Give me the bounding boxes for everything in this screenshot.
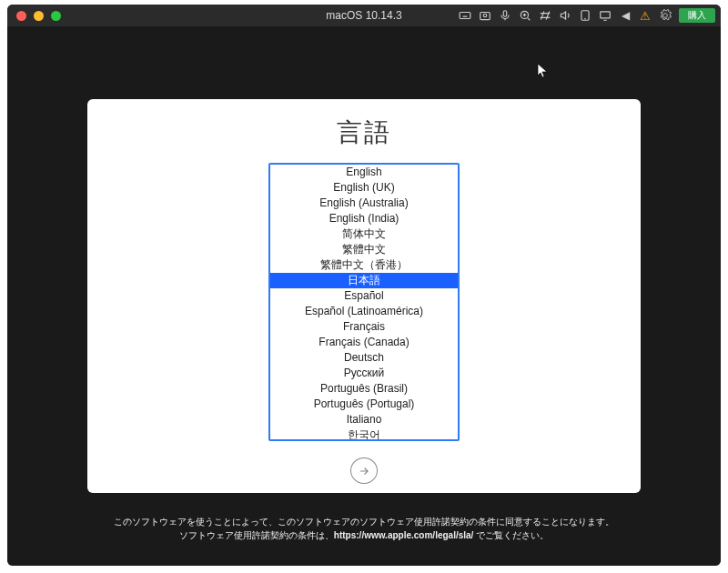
- legal-line1: このソフトウェアを使うことによって、このソフトウェアのソフトウェア使用許諾契約の…: [7, 515, 721, 528]
- language-option[interactable]: Deutsch: [270, 350, 458, 366]
- language-option[interactable]: 简体中文: [270, 226, 458, 242]
- language-option[interactable]: English: [270, 165, 458, 180]
- volume-icon[interactable]: [559, 9, 571, 22]
- legal-line2: ソフトウェア使用許諾契約の条件は、https://www.apple.com/l…: [7, 528, 721, 542]
- language-option[interactable]: Français (Canada): [270, 335, 458, 350]
- page-title: 言語: [337, 116, 391, 150]
- legal-url: https://www.apple.com/legal/sla/: [334, 530, 474, 540]
- play-left-icon[interactable]: ◀: [619, 9, 632, 22]
- setup-panel: 言語 EnglishEnglish (UK)English (Australia…: [87, 99, 641, 493]
- language-option[interactable]: Español (Latinoamérica): [270, 304, 458, 319]
- language-option[interactable]: Русский: [270, 366, 458, 381]
- arrow-right-icon: [358, 465, 370, 478]
- zoom-icon[interactable]: [51, 11, 61, 21]
- language-option[interactable]: Español: [270, 288, 458, 304]
- language-option[interactable]: 한국어: [270, 427, 458, 441]
- close-icon[interactable]: [16, 11, 26, 21]
- svg-rect-3: [503, 11, 507, 16]
- language-option[interactable]: English (Australia): [270, 196, 458, 211]
- desktop-area: 言語 EnglishEnglish (UK)English (Australia…: [7, 26, 721, 566]
- continue-button[interactable]: [350, 457, 378, 484]
- warning-icon[interactable]: ⚠: [639, 9, 652, 22]
- language-option[interactable]: Français: [270, 319, 458, 335]
- display-icon[interactable]: [599, 9, 612, 22]
- svg-point-1: [483, 14, 487, 17]
- tablet-icon[interactable]: [579, 9, 592, 22]
- language-option[interactable]: Português (Portugal): [270, 397, 458, 412]
- language-option[interactable]: Português (Brasil): [270, 381, 458, 397]
- gear-icon[interactable]: [659, 9, 672, 22]
- language-option[interactable]: Italiano: [270, 412, 458, 427]
- vm-titlebar: macOS 10.14.3: [7, 5, 721, 26]
- network-icon[interactable]: [539, 9, 551, 22]
- buy-button[interactable]: 購入: [679, 8, 715, 23]
- zoom-in-icon[interactable]: [519, 9, 531, 22]
- language-option[interactable]: 日本語: [270, 273, 458, 288]
- language-option[interactable]: 繁體中文: [270, 242, 458, 257]
- camera-icon[interactable]: [479, 9, 491, 22]
- keyboard-icon[interactable]: [459, 9, 471, 22]
- legal-footer: このソフトウェアを使うことによって、このソフトウェアのソフトウェア使用許諾契約の…: [7, 515, 721, 542]
- svg-rect-7: [601, 12, 611, 18]
- svg-point-6: [585, 18, 586, 19]
- minimize-icon[interactable]: [34, 11, 44, 21]
- language-option[interactable]: English (India): [270, 211, 458, 226]
- language-listbox[interactable]: EnglishEnglish (UK)English (Australia)En…: [268, 163, 460, 441]
- mic-icon[interactable]: [499, 9, 511, 22]
- language-option[interactable]: 繁體中文（香港）: [270, 257, 458, 273]
- cursor-icon: [537, 63, 550, 82]
- svg-rect-0: [460, 13, 470, 19]
- language-option[interactable]: English (UK): [270, 180, 458, 196]
